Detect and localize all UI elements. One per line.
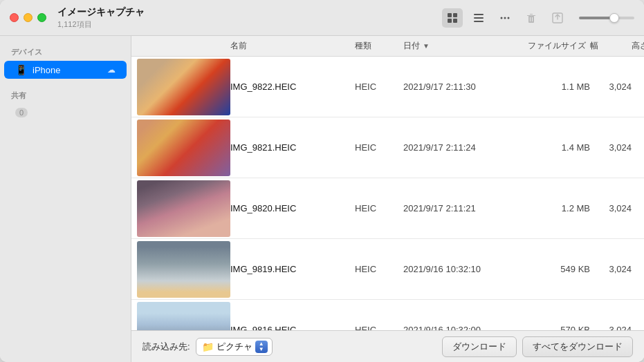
shared-section: 共有 0: [0, 88, 131, 122]
row-thumbnail-2: [137, 180, 230, 237]
row-name-1: IMG_9821.HEIC: [230, 142, 355, 153]
header-width[interactable]: 幅: [590, 40, 632, 52]
row-height-1: 4,032: [632, 142, 644, 153]
svg-rect-4: [474, 14, 484, 15]
minimize-button[interactable]: [24, 13, 33, 22]
sidebar-item-shared[interactable]: 0: [4, 104, 127, 121]
table-row[interactable]: IMG_9822.HEIC HEIC 2021/9/17 2:11:30 1.1…: [131, 57, 644, 117]
row-date-1: 2021/9/17 2:11:24: [403, 142, 528, 153]
row-thumbnail-4: [137, 302, 230, 331]
zoom-slider[interactable]: [579, 17, 634, 19]
sidebar: デバイス 📱 iPhone ☁ 共有 0: [0, 36, 131, 362]
download-button[interactable]: ダウンロード: [442, 336, 517, 357]
traffic-lights: [10, 13, 46, 22]
row-width-2: 3,024: [590, 203, 632, 213]
header-name[interactable]: 名前: [230, 40, 355, 52]
row-filesize-1: 1.4 MB: [528, 142, 590, 153]
grid-view-button[interactable]: [442, 8, 463, 28]
header-type[interactable]: 種類: [355, 40, 403, 52]
svg-point-8: [504, 17, 506, 19]
sidebar-item-iphone[interactable]: 📱 iPhone ☁: [4, 61, 127, 79]
row-filesize-2: 1.2 MB: [528, 203, 590, 213]
row-type-0: HEIC: [355, 82, 403, 92]
table-body: IMG_9822.HEIC HEIC 2021/9/17 2:11:30 1.1…: [131, 57, 644, 330]
svg-rect-2: [448, 19, 452, 23]
table-header: 名前 種類 日付 ▼ ファイルサイズ 幅 高さ: [131, 36, 644, 57]
titlebar-title-group: イメージキャプチャ 1,112項目: [57, 6, 442, 30]
row-type-1: HEIC: [355, 142, 403, 153]
row-width-4: 3,024: [590, 325, 632, 330]
row-name-0: IMG_9822.HEIC: [230, 82, 355, 92]
folder-icon: 📁: [202, 341, 214, 352]
header-filesize[interactable]: ファイルサイズ: [528, 40, 590, 52]
header-date[interactable]: 日付 ▼: [403, 40, 528, 52]
svg-point-7: [501, 17, 503, 19]
table-row[interactable]: IMG_9816.HEIC HEIC 2021/9/16 10:32:00 57…: [131, 300, 644, 330]
table-row[interactable]: IMG_9820.HEIC HEIC 2021/9/17 2:11:21 1.2…: [131, 178, 644, 239]
download-all-button[interactable]: すべてをダウンロード: [522, 336, 633, 357]
zoom-slider-container: [579, 17, 634, 19]
row-thumbnail-3: [137, 241, 230, 298]
toolbar: [442, 8, 634, 28]
row-name-4: IMG_9816.HEIC: [230, 325, 355, 330]
row-type-2: HEIC: [355, 203, 403, 213]
table-row[interactable]: IMG_9821.HEIC HEIC 2021/9/17 2:11:24 1.4…: [131, 117, 644, 178]
list-view-button[interactable]: [468, 8, 489, 28]
row-thumbnail-1: [137, 120, 230, 176]
svg-rect-0: [448, 13, 452, 17]
devices-section: デバイス 📱 iPhone ☁: [0, 44, 131, 79]
row-height-2: 4,032: [632, 203, 644, 213]
svg-rect-1: [453, 13, 457, 17]
titlebar: イメージキャプチャ 1,112項目: [0, 0, 644, 36]
row-filesize-3: 549 KB: [528, 264, 590, 274]
row-thumbnail-0: [137, 59, 230, 115]
shared-count-badge: 0: [15, 108, 28, 117]
row-width-1: 3,024: [590, 142, 632, 153]
row-height-3: 4,032: [632, 264, 644, 274]
row-height-0: 4,032: [632, 82, 644, 92]
iphone-label: iPhone: [33, 65, 102, 75]
delete-button[interactable]: [521, 8, 542, 28]
destination-folder-label: ピクチャ: [217, 341, 252, 353]
row-type-4: HEIC: [355, 325, 403, 330]
row-type-3: HEIC: [355, 264, 403, 274]
sort-arrow-down: ▼: [423, 42, 430, 50]
main-window: イメージキャプチャ 1,112項目: [0, 0, 644, 362]
row-name-3: IMG_9819.HEIC: [230, 264, 355, 274]
row-width-0: 3,024: [590, 82, 632, 92]
row-date-0: 2021/9/17 2:11:30: [403, 82, 528, 92]
svg-rect-3: [453, 19, 457, 23]
row-date-4: 2021/9/16 10:32:00: [403, 325, 528, 330]
content-area: デバイス 📱 iPhone ☁ 共有 0 名前 種類: [0, 36, 644, 362]
row-height-4: 4,032: [632, 325, 644, 330]
table-row[interactable]: IMG_9819.HEIC HEIC 2021/9/16 10:32:10 54…: [131, 239, 644, 300]
read-into-label: 読み込み先:: [142, 341, 190, 353]
select-arrows-icon: ▲ ▼: [255, 341, 268, 353]
main-panel: 名前 種類 日付 ▼ ファイルサイズ 幅 高さ IMG_9822.HEIC HE…: [131, 36, 644, 362]
destination-folder-select[interactable]: 📁 ピクチャ ▲ ▼: [196, 338, 273, 356]
svg-point-9: [508, 17, 510, 19]
cloud-icon: ☁: [107, 65, 116, 75]
close-button[interactable]: [10, 13, 19, 22]
more-options-button[interactable]: [495, 8, 515, 28]
zoom-slider-thumb[interactable]: [609, 13, 619, 23]
row-name-2: IMG_9820.HEIC: [230, 203, 355, 213]
share-button[interactable]: [547, 8, 568, 28]
row-width-3: 3,024: [590, 264, 632, 274]
row-filesize-0: 1.1 MB: [528, 82, 590, 92]
window-title: イメージキャプチャ: [57, 6, 145, 19]
header-height[interactable]: 高さ: [632, 40, 644, 52]
svg-rect-6: [474, 21, 484, 22]
row-date-3: 2021/9/16 10:32:10: [403, 264, 528, 274]
shared-section-label: 共有: [0, 88, 131, 104]
row-filesize-4: 570 KB: [528, 325, 590, 330]
window-subtitle: 1,112項目: [57, 19, 92, 30]
footer: 読み込み先: 📁 ピクチャ ▲ ▼ ダウンロード すべてをダウンロード: [131, 330, 644, 362]
iphone-icon: 📱: [15, 64, 27, 75]
maximize-button[interactable]: [37, 13, 46, 22]
row-date-2: 2021/9/17 2:11:21: [403, 203, 528, 213]
devices-section-label: デバイス: [0, 44, 131, 60]
svg-rect-5: [474, 17, 484, 19]
